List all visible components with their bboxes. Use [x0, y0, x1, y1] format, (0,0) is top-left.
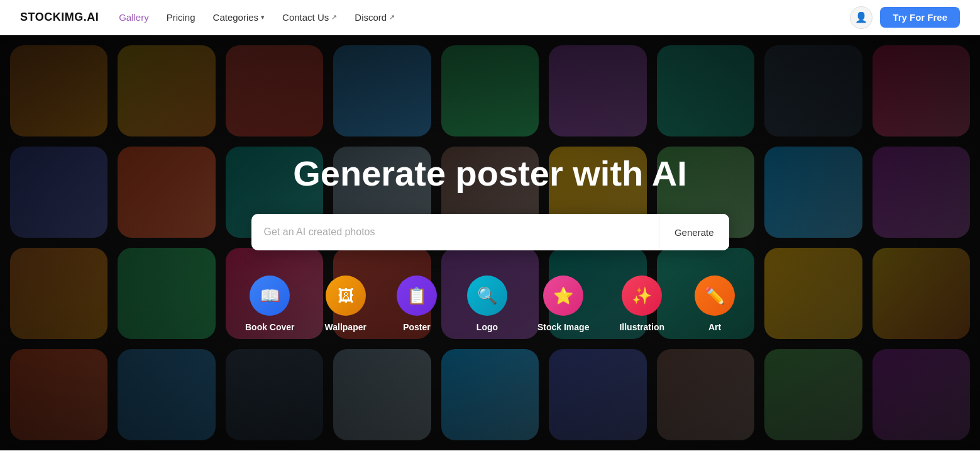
- search-bar: Generate: [251, 214, 729, 250]
- navbar-left: STOCKIMG.AI Gallery Pricing Categories ▾…: [20, 11, 395, 24]
- nav-link-gallery[interactable]: Gallery: [119, 12, 149, 23]
- generate-button[interactable]: Generate: [659, 214, 729, 250]
- category-item-poster[interactable]: 📋Poster: [397, 276, 437, 332]
- hero-section: Generate poster with AI Generate 📖Book C…: [0, 35, 980, 450]
- category-label-1: Wallpaper: [325, 322, 366, 332]
- category-label-0: Book Cover: [245, 322, 295, 332]
- category-item-wallpaper[interactable]: 🖼Wallpaper: [325, 276, 366, 332]
- navbar-right: 👤 Try For Free: [850, 6, 960, 29]
- category-icon-5: ✨: [622, 276, 662, 316]
- category-icon-3: 🔍: [467, 276, 507, 316]
- logo: STOCKIMG.AI: [20, 11, 99, 24]
- category-item-stock-image[interactable]: ⭐Stock Image: [537, 276, 589, 332]
- category-item-book-cover[interactable]: 📖Book Cover: [245, 276, 295, 332]
- category-row: 📖Book Cover🖼Wallpaper📋Poster🔍Logo⭐Stock …: [245, 276, 735, 332]
- external-link-icon: ↗: [331, 13, 337, 21]
- category-label-3: Logo: [476, 322, 498, 332]
- nav-links: Gallery Pricing Categories ▾ Contact Us …: [119, 12, 395, 23]
- category-icon-0: 📖: [250, 276, 290, 316]
- category-icon-6: ✏️: [695, 276, 735, 316]
- nav-link-pricing[interactable]: Pricing: [167, 12, 195, 23]
- user-icon: 👤: [855, 11, 867, 23]
- category-icon-1: 🖼: [326, 276, 366, 316]
- category-item-art[interactable]: ✏️Art: [695, 276, 735, 332]
- category-label-5: Illustration: [619, 322, 664, 332]
- nav-link-discord[interactable]: Discord ↗: [355, 12, 395, 23]
- nav-link-categories[interactable]: Categories ▾: [213, 12, 265, 23]
- category-label-4: Stock Image: [537, 322, 589, 332]
- hero-content: Generate poster with AI Generate 📖Book C…: [0, 35, 980, 450]
- category-item-logo[interactable]: 🔍Logo: [467, 276, 507, 332]
- category-label-6: Art: [708, 322, 721, 332]
- category-item-illustration[interactable]: ✨Illustration: [619, 276, 664, 332]
- try-free-button[interactable]: Try For Free: [880, 7, 960, 28]
- category-icon-2: 📋: [397, 276, 437, 316]
- search-input[interactable]: [251, 214, 659, 250]
- category-icon-4: ⭐: [543, 276, 583, 316]
- external-link-icon-2: ↗: [389, 13, 395, 21]
- navbar: STOCKIMG.AI Gallery Pricing Categories ▾…: [0, 0, 980, 35]
- chevron-down-icon: ▾: [261, 13, 265, 21]
- category-label-2: Poster: [403, 322, 431, 332]
- nav-link-contact[interactable]: Contact Us ↗: [282, 12, 337, 23]
- hero-title: Generate poster with AI: [293, 153, 687, 194]
- user-account-button[interactable]: 👤: [850, 6, 873, 29]
